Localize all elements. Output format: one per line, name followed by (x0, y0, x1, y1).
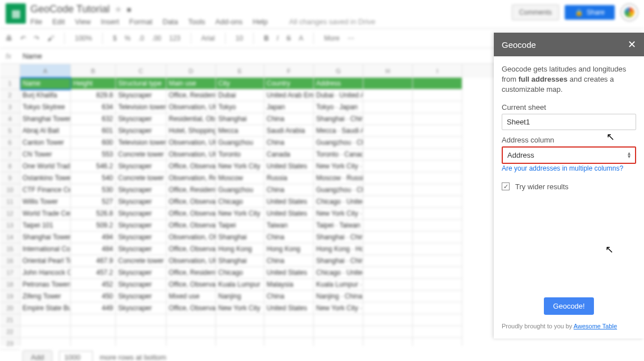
cell[interactable] (71, 326, 116, 338)
cell[interactable]: 452 (71, 279, 116, 291)
cell[interactable] (413, 208, 462, 220)
cell[interactable]: Skyscraper (116, 243, 166, 255)
cell[interactable]: China (264, 184, 314, 196)
menu-tools[interactable]: Tools (188, 17, 205, 26)
cell[interactable]: Dubai (216, 90, 264, 101)
cell[interactable] (363, 220, 413, 231)
cell[interactable]: Skyscraper (116, 113, 166, 125)
cell[interactable] (166, 338, 216, 346)
column-header[interactable]: G (314, 64, 363, 78)
cell[interactable] (413, 101, 462, 113)
cell[interactable] (413, 267, 462, 279)
cell[interactable] (413, 314, 462, 326)
cell[interactable]: Skyscraper (116, 184, 166, 196)
row-header[interactable]: 14 (0, 231, 20, 243)
cell[interactable]: Taipei (216, 220, 264, 231)
cell[interactable]: World Trade Center (20, 208, 71, 220)
cell[interactable]: Skyscraper (116, 231, 166, 243)
cell[interactable] (216, 326, 264, 338)
cell[interactable] (413, 338, 462, 346)
cell[interactable]: CN Tower (20, 149, 71, 161)
cell[interactable]: Japan (264, 101, 314, 113)
add-rows-count-input[interactable]: 1000 (59, 351, 93, 361)
row-header[interactable]: 12 (0, 208, 20, 220)
cell[interactable] (216, 314, 264, 326)
cell[interactable] (264, 338, 314, 346)
cell[interactable]: 601 (71, 125, 116, 137)
cell[interactable] (363, 149, 413, 161)
cell[interactable] (413, 125, 462, 137)
cell[interactable] (116, 326, 166, 338)
cell[interactable]: One World Trade Center (20, 161, 71, 172)
cell[interactable]: Skyscraper (116, 161, 166, 172)
cell[interactable] (413, 196, 462, 208)
cell[interactable] (363, 291, 413, 302)
cell[interactable] (413, 172, 462, 184)
row-header[interactable]: 2 (0, 90, 20, 101)
cell[interactable]: Willis Tower (20, 196, 71, 208)
account-avatar[interactable] (620, 3, 638, 21)
cell[interactable] (413, 161, 462, 172)
cell[interactable] (363, 279, 413, 291)
geocode-button[interactable]: Geocode! (544, 297, 593, 315)
cell[interactable] (413, 279, 462, 291)
cell[interactable] (264, 326, 314, 338)
cell[interactable]: Canton Tower (20, 137, 71, 149)
row-header[interactable]: 11 (0, 196, 20, 208)
row-header[interactable]: 17 (0, 267, 20, 279)
cell[interactable]: Skyscraper (116, 90, 166, 101)
close-icon[interactable]: ✕ (628, 38, 636, 51)
cell[interactable] (314, 338, 363, 346)
row-header[interactable]: 9 (0, 172, 20, 184)
cell[interactable]: Office, Residential (166, 267, 216, 279)
cell[interactable]: Structural type (116, 78, 166, 90)
cell[interactable] (413, 231, 462, 243)
cell[interactable]: Hong Kong (264, 243, 314, 255)
cell[interactable] (363, 267, 413, 279)
cell[interactable] (413, 291, 462, 302)
row-header[interactable]: 23 (0, 338, 20, 350)
cell[interactable]: Tokyo · Japan (314, 101, 363, 113)
cell[interactable]: China (264, 291, 314, 302)
cell[interactable]: 450 (71, 291, 116, 302)
menu-edit[interactable]: Edit (52, 17, 65, 26)
strikethrough-button[interactable]: S (286, 34, 291, 42)
cell[interactable]: United States (264, 302, 314, 314)
number-format-button[interactable]: 123 (169, 34, 181, 42)
cell[interactable] (166, 314, 216, 326)
multiple-columns-link[interactable]: Are your addresses in multiple columns? (502, 164, 623, 172)
cell[interactable]: New York City (216, 302, 264, 314)
cell[interactable]: Skyscraper (116, 208, 166, 220)
cell[interactable]: Chicago · United States (314, 267, 363, 279)
add-rows-button[interactable]: Add (22, 350, 52, 361)
cell[interactable] (413, 137, 462, 149)
cell[interactable] (363, 338, 413, 346)
wider-results-checkbox[interactable]: ✓ (502, 182, 510, 190)
cell[interactable]: Guangzhou (216, 184, 264, 196)
cell[interactable]: Office, Observation (166, 279, 216, 291)
cell[interactable]: CTF Finance Centre (20, 184, 71, 196)
row-header[interactable]: 3 (0, 101, 20, 113)
menu-data[interactable]: Data (163, 17, 178, 26)
cell[interactable]: 632 (71, 113, 116, 125)
sheets-app-icon[interactable]: ▦ (6, 3, 26, 24)
cell[interactable]: Skyscraper (116, 302, 166, 314)
cell[interactable]: 494 (71, 231, 116, 243)
row-header[interactable]: 15 (0, 243, 20, 255)
cell[interactable]: 829.8 (71, 90, 116, 101)
cell[interactable]: John Hancock Center (20, 267, 71, 279)
cell[interactable]: Moscow · Russia (314, 172, 363, 184)
cell[interactable] (363, 326, 413, 338)
cell[interactable] (413, 302, 462, 314)
column-header[interactable]: D (166, 64, 216, 78)
cell[interactable]: 467.9 (71, 255, 116, 267)
cell[interactable] (413, 149, 462, 161)
comments-button[interactable]: Comments (512, 5, 559, 20)
cell[interactable] (363, 113, 413, 125)
cell[interactable]: Hong Kong · Hong Kong (314, 243, 363, 255)
undo-icon[interactable]: ↶ (20, 34, 26, 42)
cell[interactable] (314, 314, 363, 326)
cell[interactable]: Shanghai · China (314, 231, 363, 243)
cell[interactable]: Dubai · United Arab Emirates (314, 90, 363, 101)
menu-addons[interactable]: Add-ons (215, 17, 242, 26)
